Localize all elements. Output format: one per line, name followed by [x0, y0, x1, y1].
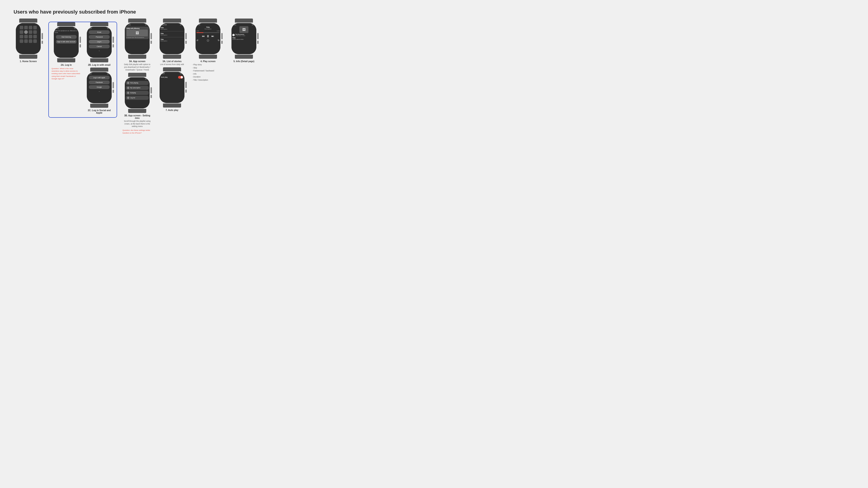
- play-controls: ⏮ ⏸ ⏭: [196, 35, 219, 38]
- greeting-text: Hello Joe (joe@curio.io). Welcome to Cur…: [55, 30, 78, 34]
- autoplay-watch: ‹ Back 10:09 Auto play: [158, 70, 186, 104]
- band-bottom: [128, 55, 146, 59]
- sign-in-other-btn[interactable]: Sign in with other account: [56, 40, 76, 43]
- autoplay-toggle-row: Auto play: [161, 76, 183, 78]
- login-c-wrapper: Log in 10:09 Log in with apple Facebook …: [85, 71, 114, 114]
- back-button[interactable]: ‹ Back: [160, 73, 164, 74]
- play-description: Description: [196, 28, 219, 30]
- info-watch: ‹ Back 10:09 🖼 E The Economist 21.05.201…: [230, 22, 257, 56]
- start-listening-btn[interactable]: Start listening: [56, 35, 76, 39]
- autoplay-toggle[interactable]: [178, 76, 183, 78]
- screen-label: 1. Home Screen: [13, 60, 43, 63]
- progress-bar: [196, 32, 219, 33]
- screen-time: 10:09: [196, 24, 200, 26]
- screen-sublabel: List of stories from daily edit: [157, 63, 187, 66]
- story-desc: Description: [160, 29, 184, 30]
- screen-header: 10:09: [196, 24, 219, 26]
- item-label: Autoplay: [130, 92, 136, 94]
- app-dot: [33, 39, 37, 43]
- google-login-btn[interactable]: Google: [89, 85, 110, 89]
- item-icon: [127, 92, 129, 94]
- screen-sublabel: Scroll through the playlist using crown,…: [123, 120, 152, 128]
- play-pause-btn[interactable]: ⏸: [206, 35, 210, 38]
- question-text: Question: What is the most seamless way …: [52, 67, 81, 80]
- card-sub: 6 stories from The Economist to: [127, 37, 148, 38]
- info-btn[interactable]: ⓘ: [207, 39, 209, 42]
- screen-time: 10:09: [74, 28, 78, 29]
- daily-edit-card: Daily edit (45mins) 🖼 6 stories from The…: [126, 27, 149, 39]
- crown: [80, 37, 81, 43]
- page-title: Users who have previously subscribed fro…: [13, 9, 855, 15]
- email-field-btn[interactable]: Email: [89, 30, 110, 34]
- screen-nav-title: Log in: [88, 28, 92, 29]
- app-dot: [24, 39, 28, 43]
- side-btn: [221, 41, 223, 44]
- watch-body: [16, 23, 41, 54]
- play-notes: - Play story- Skip- Fastworward / backwa…: [192, 63, 224, 82]
- time-row: 2:01 5:45: [196, 30, 219, 32]
- app-screen: For you 10:09 Daily edit (45mins) 🖼 6 st…: [125, 23, 150, 54]
- play-watch: 10:09 Title Description 2:01 5:45 ⏮ ⏸ ⏭: [194, 22, 221, 56]
- login-btn[interactable]: Log in: [89, 40, 110, 43]
- item-icon: [127, 87, 129, 89]
- rewind-btn[interactable]: ⏮: [202, 35, 205, 37]
- replay-btn[interactable]: ↺: [196, 39, 198, 42]
- crown: [221, 33, 223, 39]
- side-btn: [41, 41, 43, 44]
- screen-time: 10:09: [107, 73, 111, 74]
- screen-header: ‹ Back 10:09: [160, 73, 184, 74]
- info-body: Lorem ipsum dolor: [232, 39, 255, 40]
- story-desc: Description: [160, 34, 184, 36]
- app-dot: [24, 35, 28, 38]
- item-label: Log out: [130, 97, 135, 98]
- story-item-1: Title Description: [160, 27, 184, 30]
- crown: [151, 87, 152, 94]
- story-desc: Description: [160, 40, 184, 41]
- divider: [160, 37, 184, 37]
- screen-sublabel: Daily Edit playlist with option to pre-d…: [123, 63, 152, 71]
- autoplay-item[interactable]: Autoplay: [126, 91, 149, 95]
- app-dot: [29, 39, 32, 43]
- story-title: Title: [160, 33, 184, 34]
- app-dot: [33, 35, 37, 38]
- crown: [257, 33, 258, 39]
- app-dot: [20, 39, 23, 43]
- skip-forward-btn[interactable]: ↻: [218, 39, 219, 42]
- watch-body: ‹ Back 10:09 Auto play: [160, 72, 184, 103]
- band-bottom: [128, 109, 146, 113]
- my-subscription-item[interactable]: My subscription: [126, 86, 149, 90]
- screen-time: 10:09: [145, 24, 149, 26]
- facebook-login-btn[interactable]: Facebook: [89, 80, 110, 84]
- info-thumbnail: 🖼: [239, 26, 248, 33]
- side-btn: [80, 44, 81, 47]
- band-bottom: [199, 55, 217, 59]
- item-icon: [127, 82, 129, 84]
- watch-body: Home 10:09 Hello Joe (joe@curio.io). Wel…: [54, 27, 79, 58]
- app-dot: [29, 30, 32, 34]
- source-info: The Economist 21.05.2019 | 1.5min: [235, 34, 245, 36]
- login-c-watch: Log in 10:09 Log in with apple Facebook …: [86, 71, 113, 105]
- logout-item[interactable]: Log out: [126, 96, 149, 100]
- cancel-btn[interactable]: Cancel: [89, 44, 110, 48]
- story-title: Title: [160, 27, 184, 29]
- screen-header: Home 10:09: [126, 78, 149, 80]
- forward-btn[interactable]: ⏭: [211, 35, 214, 37]
- login-b-screen: Log in 10:09 Email Password Log in Cance…: [87, 27, 112, 58]
- watch-body: ‹ Back 10:09 🖼 E The Economist 21.05.201…: [231, 23, 256, 54]
- password-field-btn[interactable]: Password: [89, 35, 110, 39]
- crown: [151, 33, 152, 39]
- screen-nav-title: Home: [55, 28, 59, 29]
- daily-edit-screen: Daily Edit 10:09 Title Description Title…: [160, 23, 184, 54]
- screen-nav-title: Daily Edit: [160, 24, 166, 26]
- now-playing-item[interactable]: Now playing: [126, 81, 149, 85]
- screen-header: Home 10:09: [55, 28, 78, 29]
- login-group: Home 10:09 Hello Joe (joe@curio.io). Wel…: [49, 22, 117, 118]
- screen-nav-title: Home: [126, 78, 129, 80]
- app-dot: [20, 26, 23, 29]
- apple-login-btn[interactable]: Log in with apple: [89, 76, 110, 79]
- screen-time: 10:09: [107, 28, 111, 29]
- login-a-wrapper: Home 10:09 Hello Joe (joe@curio.io). Wel…: [52, 25, 81, 80]
- item-label: Now playing: [130, 82, 138, 84]
- app-screens-col: For you 10:09 Daily edit (45mins) 🖼 6 st…: [123, 22, 152, 134]
- back-button[interactable]: ‹ Back: [232, 24, 236, 26]
